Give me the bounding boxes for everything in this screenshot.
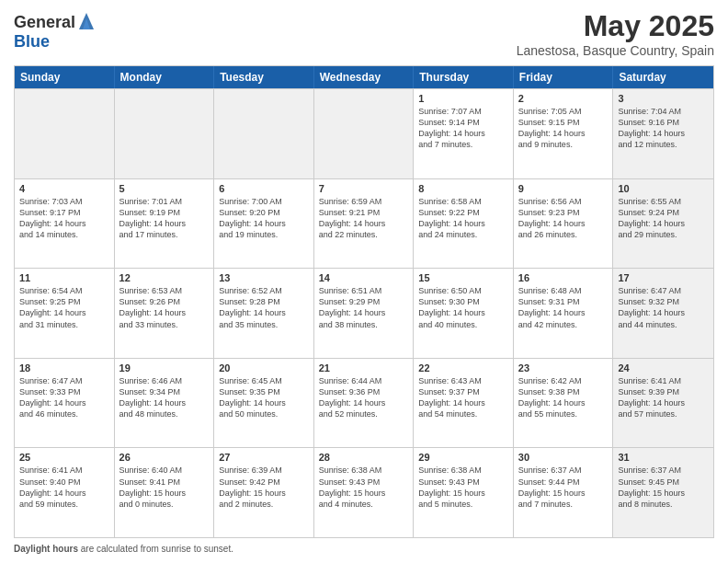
cell-line: Sunrise: 6:52 AM [219, 285, 309, 296]
cell-line: Sunrise: 6:41 AM [618, 375, 709, 386]
cell-line: Daylight: 14 hours [19, 397, 109, 408]
day-number: 6 [219, 183, 309, 194]
cell-line: and 7 minutes. [418, 139, 508, 150]
cell-line: Sunrise: 7:04 AM [618, 106, 709, 117]
cell-line: and 12 minutes. [618, 139, 709, 150]
cell-line: and 35 minutes. [219, 319, 309, 330]
cal-cell-3-5: 23Sunrise: 6:42 AMSunset: 9:38 PMDayligh… [514, 359, 614, 448]
day-number: 27 [219, 452, 309, 463]
cell-line: and 14 minutes. [19, 229, 109, 240]
day-number: 10 [618, 183, 709, 194]
cell-line: Daylight: 14 hours [319, 397, 409, 408]
cal-cell-2-3: 14Sunrise: 6:51 AMSunset: 9:29 PMDayligh… [314, 269, 415, 358]
cell-line: and 2 minutes. [219, 499, 309, 510]
cell-line: Sunset: 9:38 PM [518, 386, 609, 397]
cell-line: Daylight: 15 hours [119, 488, 210, 499]
day-number: 5 [119, 183, 210, 194]
cell-line: Sunset: 9:24 PM [618, 207, 709, 218]
calendar-body: 1Sunrise: 7:07 AMSunset: 9:14 PMDaylight… [15, 88, 713, 537]
cal-cell-3-4: 22Sunrise: 6:43 AMSunset: 9:37 PMDayligh… [414, 359, 514, 448]
cell-line: and 0 minutes. [119, 499, 210, 510]
cal-cell-4-6: 31Sunrise: 6:37 AMSunset: 9:45 PMDayligh… [613, 448, 713, 537]
cell-line: Sunset: 9:37 PM [418, 386, 508, 397]
cell-line: Sunset: 9:39 PM [618, 386, 709, 397]
cell-line: and 31 minutes. [19, 319, 109, 330]
footer: Daylight hours are calculated from sunri… [14, 544, 714, 554]
day-number: 15 [418, 272, 508, 283]
cell-line: Daylight: 14 hours [119, 307, 210, 318]
cal-cell-0-0 [15, 89, 115, 178]
header-day-saturday: Saturday [613, 66, 713, 88]
cell-line: Sunrise: 7:07 AM [418, 106, 508, 117]
cell-line: and 4 minutes. [319, 499, 409, 510]
cal-cell-1-3: 7Sunrise: 6:59 AMSunset: 9:21 PMDaylight… [314, 179, 415, 269]
cell-line: Sunset: 9:22 PM [418, 207, 508, 218]
cell-line: Sunrise: 6:48 AM [518, 285, 609, 296]
calendar-row-4: 25Sunrise: 6:41 AMSunset: 9:40 PMDayligh… [15, 447, 713, 537]
cell-line: and 55 minutes. [518, 408, 609, 419]
cell-line: and 57 minutes. [618, 408, 709, 419]
cell-line: and 26 minutes. [518, 229, 609, 240]
cell-line: Sunset: 9:30 PM [418, 296, 508, 307]
cal-cell-3-1: 19Sunrise: 6:46 AMSunset: 9:34 PMDayligh… [115, 359, 215, 448]
cell-line: and 24 minutes. [418, 229, 508, 240]
calendar-row-1: 4Sunrise: 7:03 AMSunset: 9:17 PMDaylight… [15, 178, 713, 269]
day-number: 9 [518, 183, 609, 194]
cal-cell-0-3 [314, 89, 415, 178]
cell-line: Daylight: 14 hours [618, 218, 709, 229]
day-number: 24 [618, 362, 709, 373]
subtitle: Lanestosa, Basque Country, Spain [517, 43, 714, 58]
cell-line: Daylight: 14 hours [19, 218, 109, 229]
cell-line: Sunrise: 6:41 AM [19, 465, 109, 476]
cell-line: Daylight: 14 hours [518, 397, 609, 408]
logo-blue: Blue [14, 33, 96, 52]
cell-line: Daylight: 14 hours [219, 397, 309, 408]
title-block: May 2025 Lanestosa, Basque Country, Spai… [517, 9, 714, 58]
calendar-row-3: 18Sunrise: 6:47 AMSunset: 9:33 PMDayligh… [15, 358, 713, 448]
cell-line: Sunset: 9:16 PM [618, 117, 709, 128]
cell-line: Sunset: 9:45 PM [618, 477, 709, 488]
cell-line: and 8 minutes. [618, 499, 709, 510]
day-number: 18 [19, 362, 109, 373]
cell-line: and 19 minutes. [219, 229, 309, 240]
cal-cell-1-4: 8Sunrise: 6:58 AMSunset: 9:22 PMDaylight… [414, 179, 514, 269]
cell-line: Sunrise: 6:50 AM [418, 285, 508, 296]
header-day-thursday: Thursday [414, 66, 514, 88]
cal-cell-4-5: 30Sunrise: 6:37 AMSunset: 9:44 PMDayligh… [514, 448, 614, 537]
day-number: 31 [618, 452, 709, 463]
cell-line: Daylight: 14 hours [319, 307, 409, 318]
cal-cell-2-4: 15Sunrise: 6:50 AMSunset: 9:30 PMDayligh… [414, 269, 514, 358]
cell-line: Sunset: 9:43 PM [319, 477, 409, 488]
cal-cell-3-2: 20Sunrise: 6:45 AMSunset: 9:35 PMDayligh… [214, 359, 314, 448]
cell-line: Sunrise: 7:00 AM [219, 196, 309, 207]
cell-line: Daylight: 15 hours [618, 488, 709, 499]
cell-line: and 50 minutes. [219, 408, 309, 419]
cell-line: Sunset: 9:41 PM [119, 477, 210, 488]
cell-line: Sunset: 9:26 PM [119, 296, 210, 307]
cell-line: and 46 minutes. [19, 408, 109, 419]
day-number: 22 [418, 362, 508, 373]
day-number: 8 [418, 183, 508, 194]
logo: General Blue [14, 13, 96, 52]
day-number: 28 [319, 452, 409, 463]
page: General Blue May 2025 Lanestosa, Basque … [0, 0, 728, 563]
cell-line: and 59 minutes. [19, 499, 109, 510]
cell-line: and 52 minutes. [319, 408, 409, 419]
day-number: 2 [518, 93, 609, 104]
main-title: May 2025 [517, 9, 714, 43]
header-day-tuesday: Tuesday [214, 66, 314, 88]
day-number: 30 [518, 452, 609, 463]
cell-line: Sunset: 9:17 PM [19, 207, 109, 218]
day-number: 20 [219, 362, 309, 373]
day-number: 1 [418, 93, 508, 104]
cell-line: Sunrise: 7:01 AM [119, 196, 210, 207]
cell-line: Sunrise: 6:58 AM [418, 196, 508, 207]
cell-line: Sunset: 9:29 PM [319, 296, 409, 307]
cell-line: Daylight: 14 hours [618, 128, 709, 139]
cell-line: Sunset: 9:25 PM [19, 296, 109, 307]
cal-cell-1-6: 10Sunrise: 6:55 AMSunset: 9:24 PMDayligh… [613, 179, 713, 269]
cal-cell-2-5: 16Sunrise: 6:48 AMSunset: 9:31 PMDayligh… [514, 269, 614, 358]
calendar-header: SundayMondayTuesdayWednesdayThursdayFrid… [15, 66, 713, 88]
cell-line: Sunset: 9:35 PM [219, 386, 309, 397]
cell-line: and 40 minutes. [418, 319, 508, 330]
